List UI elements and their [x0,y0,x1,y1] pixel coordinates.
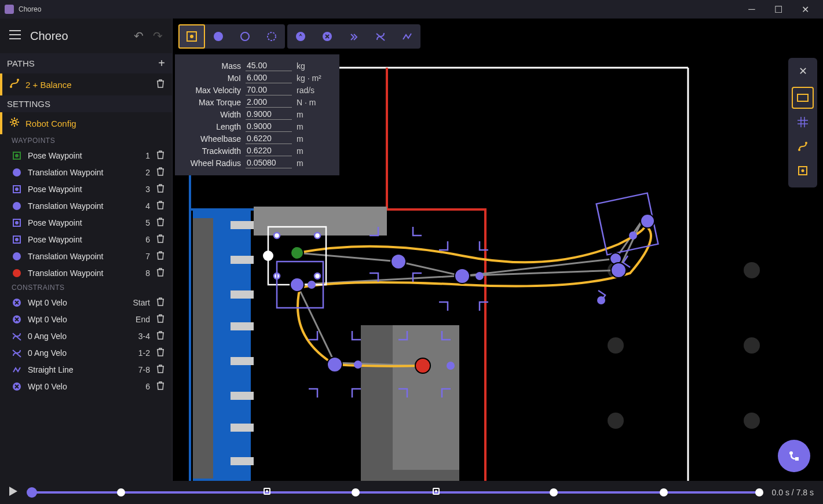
delete-constraint-button[interactable] [156,297,165,308]
waypoint-item[interactable]: Translation Waypoint 7 [0,248,172,264]
delete-constraint-button[interactable] [156,330,165,341]
redo-button[interactable]: ↷ [153,29,163,43]
tool-empty-waypoint[interactable] [232,24,258,49]
tool-pose-waypoint[interactable] [178,24,205,49]
view-options-panel: ✕ [788,58,817,187]
waypoint-item[interactable]: Pose Waypoint 1 [0,147,172,164]
config-field-value[interactable]: 0.6220 [246,145,292,156]
svg-rect-65 [795,457,799,461]
menu-button[interactable] [9,30,21,42]
tool-angular-constraint[interactable] [367,24,394,49]
config-field-unit: m [297,122,331,131]
generate-button[interactable] [778,440,810,472]
constraint-item[interactable]: Wpt 0 Velo Start [0,294,172,311]
delete-waypoint-button[interactable] [156,167,165,178]
svg-rect-16 [231,256,254,264]
timeline: 0.0 s / 7.8 s [0,481,823,504]
tool-line-constraint[interactable] [394,24,420,49]
delete-waypoint-button[interactable] [156,200,165,211]
view-grid-button[interactable] [792,111,814,133]
add-path-button[interactable]: + [158,57,165,70]
maximize-button[interactable]: ☐ [765,0,792,19]
config-field-unit: m [297,159,331,168]
delete-waypoint-button[interactable] [156,150,165,161]
waypoint-number: 8 [133,268,150,278]
waypoint-label: Translation Waypoint [28,252,133,261]
view-trajectory-button[interactable] [792,135,814,157]
config-field-value[interactable]: 0.6220 [246,133,292,144]
waypoint-label: Translation Waypoint [28,268,133,278]
gear-icon [9,117,20,130]
delete-waypoint-button[interactable] [156,267,165,278]
delete-constraint-button[interactable] [156,347,165,358]
config-field-label: Max Torque [183,98,241,107]
config-field-value[interactable]: 70.00 [246,84,292,95]
config-field-value[interactable]: 0.9000 [246,109,292,120]
path-name: 2 + Balance [25,80,156,90]
waypoint-item[interactable]: Pose Waypoint 3 [0,181,172,197]
waypoint-item[interactable]: Translation Waypoint 2 [0,164,172,181]
waypoint-type-icon [12,150,22,161]
close-button[interactable]: ✕ [792,0,818,19]
config-row: Length 0.9000 m [183,121,331,132]
playhead[interactable] [27,487,37,498]
constraint-item[interactable]: 0 Ang Velo 3-4 [0,328,172,344]
delete-waypoint-button[interactable] [156,234,165,245]
constraint-type-icon [12,314,22,325]
tool-forward-constraint[interactable] [341,24,367,49]
tool-heading[interactable] [287,24,314,49]
constraint-item[interactable]: 0 Ang Velo 1-2 [0,344,172,361]
timeline-track[interactable] [29,491,763,494]
delete-constraint-button[interactable] [156,364,165,375]
waypoint-label: Pose Waypoint [28,218,133,227]
waypoint-item[interactable]: Translation Waypoint 8 [0,264,172,281]
svg-point-33 [314,273,320,279]
config-field-value[interactable]: 2.000 [246,97,292,108]
constraint-scope: Start [121,298,150,307]
toolbar [178,24,420,49]
minimize-button[interactable]: ─ [738,0,765,19]
tool-translation-waypoint[interactable] [205,24,232,49]
svg-point-46 [611,263,626,278]
view-waypoints-button[interactable] [792,160,814,182]
constraint-type-icon [12,381,22,392]
config-field-value[interactable]: 0.05080 [246,157,292,168]
config-field-value[interactable]: 0.9000 [246,121,292,132]
close-panel-button[interactable]: ✕ [792,61,814,81]
waypoint-item[interactable]: Pose Waypoint 5 [0,214,172,231]
config-field-unit: rad/s [297,86,331,95]
undo-button[interactable]: ↶ [134,29,144,43]
waypoint-type-icon [12,184,22,194]
svg-point-47 [597,296,605,304]
svg-point-42 [475,272,484,280]
robot-config-item[interactable]: Robot Config [0,112,172,134]
config-field-unit: kg [297,61,331,71]
delete-path-button[interactable] [156,79,165,90]
delete-waypoint-button[interactable] [156,251,165,262]
config-row: MoI 6.000 kg · m² [183,72,331,83]
delete-waypoint-button[interactable] [156,183,165,194]
delete-constraint-button[interactable] [156,381,165,392]
play-button[interactable] [9,487,17,498]
config-field-value[interactable]: 45.00 [246,60,292,71]
path-item[interactable]: 2 + Balance [0,73,172,95]
config-field-unit: m [297,134,331,144]
view-field-button[interactable] [792,87,814,109]
constraint-item[interactable]: Straight Line 7-8 [0,361,172,378]
config-field-value[interactable]: 6.000 [246,72,292,83]
config-field-label: Length [183,122,241,131]
delete-waypoint-button[interactable] [156,217,165,228]
constraint-type-icon [12,297,22,308]
waypoint-item[interactable]: Pose Waypoint 6 [0,231,172,248]
waypoint-number: 4 [133,201,150,211]
svg-point-2 [13,120,16,124]
delete-constraint-button[interactable] [156,314,165,325]
tool-velocity-constraint[interactable] [314,24,341,49]
constraint-item[interactable]: Wpt 0 Velo End [0,311,172,328]
waypoint-item[interactable]: Translation Waypoint 4 [0,197,172,214]
svg-point-44 [641,214,654,228]
waypoint-number: 5 [133,218,150,227]
constraint-item[interactable]: Wpt 0 Velo 6 [0,378,172,395]
tool-initial-guess[interactable] [258,24,285,49]
svg-point-38 [290,278,304,292]
